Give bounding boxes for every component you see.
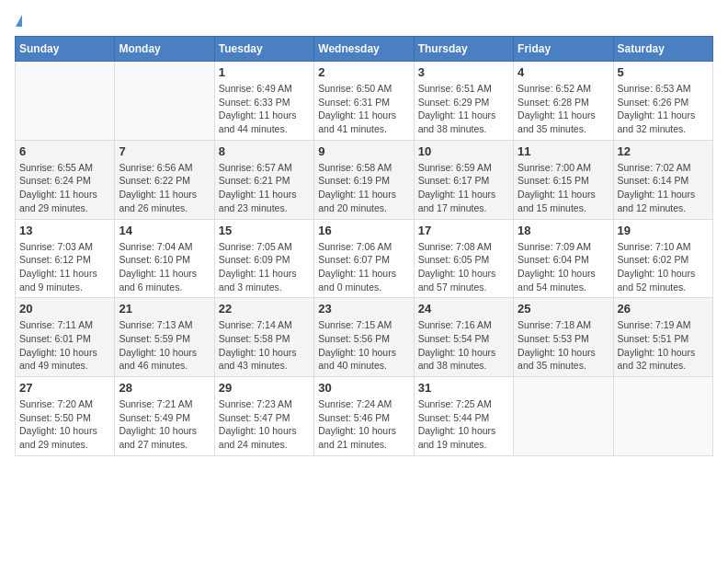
- calendar-cell: 26Sunrise: 7:19 AMSunset: 5:51 PMDayligh…: [613, 298, 712, 377]
- calendar-cell: 11Sunrise: 7:00 AMSunset: 6:15 PMDayligh…: [514, 140, 613, 219]
- calendar-header-tuesday: Tuesday: [214, 37, 313, 62]
- day-info: Sunrise: 7:05 AMSunset: 6:09 PMDaylight:…: [219, 240, 310, 294]
- calendar-cell: 28Sunrise: 7:21 AMSunset: 5:49 PMDayligh…: [115, 377, 214, 456]
- day-number: 8: [219, 144, 310, 158]
- calendar-week-row: 27Sunrise: 7:20 AMSunset: 5:50 PMDayligh…: [16, 377, 713, 456]
- day-info: Sunrise: 6:55 AMSunset: 6:24 PMDaylight:…: [19, 161, 110, 215]
- day-number: 19: [618, 224, 709, 237]
- day-number: 18: [518, 224, 609, 237]
- day-number: 14: [119, 224, 210, 237]
- day-number: 5: [618, 65, 709, 79]
- day-info: Sunrise: 7:24 AMSunset: 5:46 PMDaylight:…: [318, 397, 409, 452]
- calendar-cell: 15Sunrise: 7:05 AMSunset: 6:09 PMDayligh…: [214, 219, 313, 298]
- day-number: 10: [418, 144, 509, 158]
- day-info: Sunrise: 7:19 AMSunset: 5:51 PMDaylight:…: [618, 318, 709, 373]
- calendar-header-thursday: Thursday: [414, 37, 513, 62]
- calendar-header-saturday: Saturday: [613, 37, 712, 62]
- calendar-cell: 18Sunrise: 7:09 AMSunset: 6:04 PMDayligh…: [514, 219, 613, 298]
- day-number: 2: [318, 65, 409, 79]
- day-number: 21: [119, 302, 210, 316]
- calendar-cell: 27Sunrise: 7:20 AMSunset: 5:50 PMDayligh…: [16, 377, 115, 456]
- calendar-cell: 2Sunrise: 6:50 AMSunset: 6:31 PMDaylight…: [314, 62, 414, 141]
- day-info: Sunrise: 6:51 AMSunset: 6:29 PMDaylight:…: [418, 82, 509, 136]
- day-info: Sunrise: 7:02 AMSunset: 6:14 PMDaylight:…: [618, 161, 709, 215]
- day-number: 12: [618, 144, 709, 158]
- day-info: Sunrise: 7:14 AMSunset: 5:58 PMDaylight:…: [219, 318, 310, 373]
- calendar-cell: 1Sunrise: 6:49 AMSunset: 6:33 PMDaylight…: [214, 62, 313, 141]
- day-number: 22: [219, 302, 310, 316]
- calendar-header-sunday: Sunday: [16, 37, 115, 62]
- calendar-cell: 30Sunrise: 7:24 AMSunset: 5:46 PMDayligh…: [314, 377, 414, 456]
- day-number: 4: [518, 65, 609, 79]
- calendar-cell: 21Sunrise: 7:13 AMSunset: 5:59 PMDayligh…: [115, 298, 214, 377]
- day-number: 17: [418, 224, 509, 237]
- day-info: Sunrise: 6:53 AMSunset: 6:26 PMDaylight:…: [618, 82, 709, 136]
- calendar-cell: 7Sunrise: 6:56 AMSunset: 6:22 PMDaylight…: [115, 140, 214, 219]
- day-info: Sunrise: 7:18 AMSunset: 5:53 PMDaylight:…: [518, 318, 609, 373]
- day-info: Sunrise: 7:04 AMSunset: 6:10 PMDaylight:…: [119, 240, 210, 294]
- calendar-cell: 9Sunrise: 6:58 AMSunset: 6:19 PMDaylight…: [314, 140, 414, 219]
- calendar-week-row: 6Sunrise: 6:55 AMSunset: 6:24 PMDaylight…: [16, 140, 713, 219]
- day-info: Sunrise: 6:56 AMSunset: 6:22 PMDaylight:…: [119, 161, 210, 215]
- day-number: 28: [119, 381, 210, 395]
- calendar-cell: 13Sunrise: 7:03 AMSunset: 6:12 PMDayligh…: [16, 219, 115, 298]
- day-number: 15: [219, 224, 310, 237]
- day-info: Sunrise: 7:06 AMSunset: 6:07 PMDaylight:…: [318, 240, 409, 294]
- day-info: Sunrise: 7:20 AMSunset: 5:50 PMDaylight:…: [19, 397, 110, 452]
- calendar-cell: [115, 62, 214, 141]
- calendar-cell: 20Sunrise: 7:11 AMSunset: 6:01 PMDayligh…: [16, 298, 115, 377]
- calendar-cell: 4Sunrise: 6:52 AMSunset: 6:28 PMDaylight…: [514, 62, 613, 141]
- calendar-cell: 25Sunrise: 7:18 AMSunset: 5:53 PMDayligh…: [514, 298, 613, 377]
- day-info: Sunrise: 7:09 AMSunset: 6:04 PMDaylight:…: [518, 240, 609, 294]
- day-number: 11: [518, 144, 609, 158]
- day-info: Sunrise: 7:10 AMSunset: 6:02 PMDaylight:…: [618, 240, 709, 294]
- calendar-cell: 16Sunrise: 7:06 AMSunset: 6:07 PMDayligh…: [314, 219, 414, 298]
- day-number: 9: [318, 144, 409, 158]
- day-number: 16: [318, 224, 409, 237]
- day-info: Sunrise: 7:16 AMSunset: 5:54 PMDaylight:…: [418, 318, 509, 373]
- calendar-week-row: 1Sunrise: 6:49 AMSunset: 6:33 PMDaylight…: [16, 62, 713, 141]
- calendar-cell: 6Sunrise: 6:55 AMSunset: 6:24 PMDaylight…: [16, 140, 115, 219]
- day-number: 7: [119, 144, 210, 158]
- calendar-cell: [16, 62, 115, 141]
- calendar-cell: 10Sunrise: 6:59 AMSunset: 6:17 PMDayligh…: [414, 140, 513, 219]
- day-info: Sunrise: 6:49 AMSunset: 6:33 PMDaylight:…: [219, 82, 310, 136]
- calendar-cell: [613, 377, 712, 456]
- day-number: 25: [518, 302, 609, 316]
- day-info: Sunrise: 7:13 AMSunset: 5:59 PMDaylight:…: [119, 318, 210, 373]
- page-header: [15, 15, 713, 25]
- day-number: 29: [219, 381, 310, 395]
- calendar-week-row: 13Sunrise: 7:03 AMSunset: 6:12 PMDayligh…: [16, 219, 713, 298]
- day-info: Sunrise: 7:23 AMSunset: 5:47 PMDaylight:…: [219, 397, 310, 452]
- day-number: 26: [618, 302, 709, 316]
- day-info: Sunrise: 7:25 AMSunset: 5:44 PMDaylight:…: [418, 397, 509, 452]
- day-info: Sunrise: 6:59 AMSunset: 6:17 PMDaylight:…: [418, 161, 509, 215]
- calendar-cell: [514, 377, 613, 456]
- calendar-header-wednesday: Wednesday: [314, 37, 414, 62]
- calendar-cell: 19Sunrise: 7:10 AMSunset: 6:02 PMDayligh…: [613, 219, 712, 298]
- calendar-cell: 8Sunrise: 6:57 AMSunset: 6:21 PMDaylight…: [214, 140, 313, 219]
- day-info: Sunrise: 6:50 AMSunset: 6:31 PMDaylight:…: [318, 82, 409, 136]
- day-number: 1: [219, 65, 310, 79]
- calendar-cell: 31Sunrise: 7:25 AMSunset: 5:44 PMDayligh…: [414, 377, 513, 456]
- calendar-cell: 22Sunrise: 7:14 AMSunset: 5:58 PMDayligh…: [214, 298, 313, 377]
- calendar-header-row: SundayMondayTuesdayWednesdayThursdayFrid…: [16, 37, 713, 62]
- day-info: Sunrise: 6:58 AMSunset: 6:19 PMDaylight:…: [318, 161, 409, 215]
- day-number: 27: [19, 381, 110, 395]
- day-number: 30: [318, 381, 409, 395]
- day-number: 13: [19, 224, 110, 237]
- calendar-cell: 3Sunrise: 6:51 AMSunset: 6:29 PMDaylight…: [414, 62, 513, 141]
- calendar-cell: 17Sunrise: 7:08 AMSunset: 6:05 PMDayligh…: [414, 219, 513, 298]
- calendar-cell: 14Sunrise: 7:04 AMSunset: 6:10 PMDayligh…: [115, 219, 214, 298]
- day-number: 20: [19, 302, 110, 316]
- day-number: 3: [418, 65, 509, 79]
- day-number: 31: [418, 381, 509, 395]
- day-number: 24: [418, 302, 509, 316]
- day-number: 6: [19, 144, 110, 158]
- calendar-cell: 23Sunrise: 7:15 AMSunset: 5:56 PMDayligh…: [314, 298, 414, 377]
- calendar-cell: 29Sunrise: 7:23 AMSunset: 5:47 PMDayligh…: [214, 377, 313, 456]
- day-info: Sunrise: 7:00 AMSunset: 6:15 PMDaylight:…: [518, 161, 609, 215]
- logo-triangle-icon: [16, 15, 22, 27]
- calendar-cell: 5Sunrise: 6:53 AMSunset: 6:26 PMDaylight…: [613, 62, 712, 141]
- day-info: Sunrise: 7:15 AMSunset: 5:56 PMDaylight:…: [318, 318, 409, 373]
